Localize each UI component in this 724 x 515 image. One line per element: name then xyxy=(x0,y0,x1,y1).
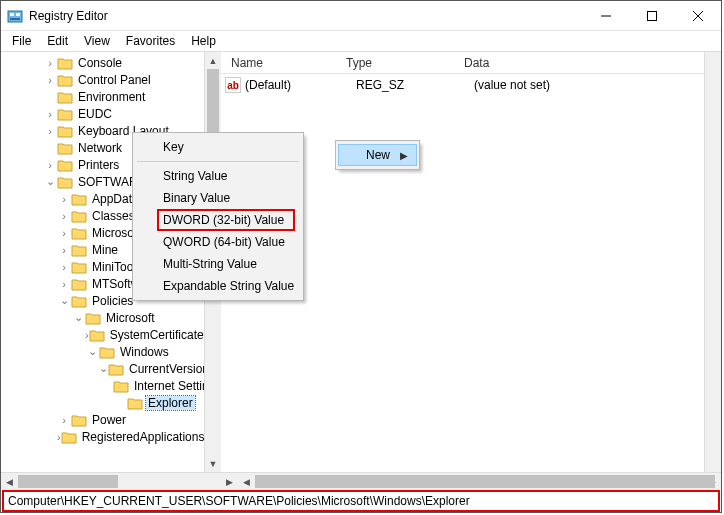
tree-item-label: Explorer xyxy=(146,396,195,410)
chevron-right-icon[interactable]: › xyxy=(43,74,57,86)
value-data: (value not set) xyxy=(474,78,704,92)
chevron-down-icon[interactable]: ⌄ xyxy=(85,345,99,358)
tree-item[interactable]: ⌄Microsoft xyxy=(1,309,204,326)
folder-icon xyxy=(71,277,87,291)
menu-separator xyxy=(137,161,299,162)
menu-file[interactable]: File xyxy=(5,32,38,50)
tree-item[interactable]: ⌄CurrentVersion xyxy=(1,360,204,377)
chevron-right-icon[interactable]: › xyxy=(57,210,71,222)
chevron-right-icon[interactable]: › xyxy=(57,193,71,205)
context-submenu-new: Key String Value Binary Value DWORD (32-… xyxy=(132,132,304,301)
folder-icon xyxy=(71,192,87,206)
tree-item[interactable]: ›Control Panel xyxy=(1,71,204,88)
chevron-right-icon[interactable]: › xyxy=(57,414,71,426)
chevron-right-icon: ▶ xyxy=(400,150,408,161)
chevron-right-icon[interactable]: › xyxy=(57,244,71,256)
chevron-right-icon[interactable]: › xyxy=(57,261,71,273)
tree-item[interactable]: ›EUDC xyxy=(1,105,204,122)
folder-icon xyxy=(127,396,143,410)
column-data[interactable]: Data xyxy=(458,56,704,70)
string-value-icon: ab xyxy=(225,77,241,93)
tree-item-label: Classes xyxy=(90,209,137,223)
tree-item-label: Windows xyxy=(118,345,171,359)
menu-view[interactable]: View xyxy=(77,32,117,50)
folder-icon xyxy=(71,260,87,274)
menu-item-label: Expandable String Value xyxy=(163,279,294,293)
list-horizontal-scrollbar[interactable]: ◀▶ xyxy=(238,472,721,490)
folder-icon xyxy=(57,124,73,138)
menu-item-label: New xyxy=(366,148,390,162)
folder-icon xyxy=(71,413,87,427)
menubar: File Edit View Favorites Help xyxy=(1,31,721,51)
chevron-right-icon[interactable]: › xyxy=(57,227,71,239)
chevron-right-icon[interactable]: › xyxy=(57,278,71,290)
tree-item[interactable]: Internet Settings xyxy=(1,377,204,394)
chevron-down-icon[interactable]: ⌄ xyxy=(71,311,85,324)
folder-icon xyxy=(57,90,73,104)
menu-item-new[interactable]: New ▶ xyxy=(338,144,417,166)
menu-item-key[interactable]: Key xyxy=(135,136,301,158)
folder-icon xyxy=(108,362,124,376)
chevron-down-icon[interactable]: ⌄ xyxy=(43,175,57,188)
folder-icon xyxy=(99,345,115,359)
chevron-right-icon[interactable]: › xyxy=(43,159,57,171)
menu-item-string-value[interactable]: String Value xyxy=(135,165,301,187)
value-name: (Default) xyxy=(245,78,356,92)
tree-item[interactable]: Environment xyxy=(1,88,204,105)
folder-icon xyxy=(57,56,73,70)
svg-rect-0 xyxy=(8,11,22,22)
address-bar[interactable]: Computer\HKEY_CURRENT_USER\SOFTWARE\Poli… xyxy=(2,490,720,512)
tree-item-label: Policies xyxy=(90,294,135,308)
tree-item[interactable]: Explorer xyxy=(1,394,204,411)
app-icon xyxy=(7,8,23,24)
menu-favorites[interactable]: Favorites xyxy=(119,32,182,50)
folder-icon xyxy=(57,141,73,155)
menu-item-label: Binary Value xyxy=(163,191,230,205)
menu-item-multi-string-value[interactable]: Multi-String Value xyxy=(135,253,301,275)
menu-edit[interactable]: Edit xyxy=(40,32,75,50)
tree-item[interactable]: ›SystemCertificates xyxy=(1,326,204,343)
tree-item-label: Printers xyxy=(76,158,121,172)
folder-icon xyxy=(85,311,101,325)
column-name[interactable]: Name xyxy=(225,56,340,70)
menu-item-label: QWORD (64-bit) Value xyxy=(163,235,285,249)
minimize-button[interactable] xyxy=(583,1,629,31)
tree-item[interactable]: ›Console xyxy=(1,54,204,71)
close-button[interactable] xyxy=(675,1,721,31)
list-vertical-scrollbar[interactable] xyxy=(704,52,721,472)
tree-item-label: Internet Settings xyxy=(132,379,204,393)
menu-item-binary-value[interactable]: Binary Value xyxy=(135,187,301,209)
chevron-right-icon[interactable]: › xyxy=(43,108,57,120)
tree-item-label: Console xyxy=(76,56,124,70)
tree-item-label: Microsoft xyxy=(104,311,157,325)
folder-icon xyxy=(57,158,73,172)
column-headers[interactable]: Name Type Data xyxy=(221,52,704,74)
menu-help[interactable]: Help xyxy=(184,32,223,50)
folder-icon xyxy=(71,243,87,257)
tree-item-label: Mine xyxy=(90,243,120,257)
menu-item-label: String Value xyxy=(163,169,227,183)
menu-item-expandable-string-value[interactable]: Expandable String Value xyxy=(135,275,301,297)
chevron-down-icon[interactable]: ⌄ xyxy=(99,362,108,375)
chevron-right-icon[interactable]: › xyxy=(43,125,57,137)
registry-editor-window: Registry Editor File Edit View Favorites… xyxy=(0,0,722,513)
menu-item-qword-value[interactable]: QWORD (64-bit) Value xyxy=(135,231,301,253)
tree-item-label: Environment xyxy=(76,90,147,104)
folder-icon xyxy=(57,73,73,87)
maximize-button[interactable] xyxy=(629,1,675,31)
tree-item[interactable]: ⌄Windows xyxy=(1,343,204,360)
column-type[interactable]: Type xyxy=(340,56,458,70)
chevron-down-icon[interactable]: ⌄ xyxy=(57,294,71,307)
tree-horizontal-scrollbar[interactable]: ◀▶ xyxy=(1,472,238,490)
tree-item[interactable]: ›Power xyxy=(1,411,204,428)
titlebar[interactable]: Registry Editor xyxy=(1,1,721,31)
menu-item-dword-value[interactable]: DWORD (32-bit) Value xyxy=(135,209,301,231)
tree-item[interactable]: ›RegisteredApplications xyxy=(1,428,204,445)
tree-item-label: Control Panel xyxy=(76,73,153,87)
window-title: Registry Editor xyxy=(29,9,583,23)
tree-item-label: RegisteredApplications xyxy=(80,430,204,444)
chevron-right-icon[interactable]: › xyxy=(43,57,57,69)
context-menu: New ▶ xyxy=(335,140,420,170)
list-item[interactable]: ab (Default) REG_SZ (value not set) xyxy=(225,76,704,94)
value-type: REG_SZ xyxy=(356,78,474,92)
